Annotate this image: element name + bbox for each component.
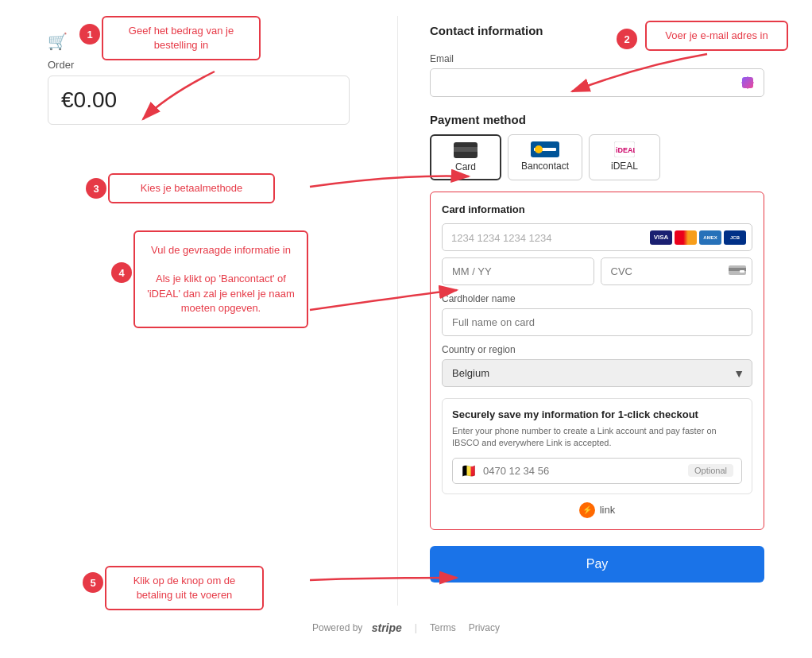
stripe-logo: stripe — [372, 621, 402, 634]
footer: Powered by stripe | Terms Privacy — [32, 606, 780, 642]
powered-by: Powered by stripe — [312, 621, 402, 634]
callout-step4-text: Vul de gevraagde informatie in Als je kl… — [147, 244, 295, 314]
country-select[interactable]: Belgium Netherlands Germany France — [442, 359, 752, 387]
save-info-section: Securely save my information for 1-click… — [442, 398, 752, 494]
email-input[interactable] — [430, 68, 764, 97]
visa-logo: VISA — [650, 230, 672, 245]
country-section: Country or region Belgium Netherlands Ge… — [442, 344, 752, 387]
cvc-field — [601, 257, 753, 285]
step-4-circle: 4 — [111, 262, 132, 283]
pay-button-section: Pay — [430, 546, 764, 583]
tab-bancontact-label: Bancontact — [521, 161, 569, 172]
step-3-circle: 3 — [86, 178, 106, 199]
ideal-icon: iDEAL — [613, 141, 636, 157]
jcb-logo: JCB — [724, 230, 746, 245]
mastercard-logo — [675, 230, 697, 245]
expiry-cvc-row — [442, 257, 752, 285]
cardholder-section: Cardholder name — [442, 293, 752, 336]
amex-logo: AMEX — [699, 230, 721, 245]
callout-step4: Vul de gevraagde informatie in Als je kl… — [133, 230, 308, 328]
card-number-field: 1234 1234 1234 1234 VISA AMEX JCB — [442, 223, 752, 251]
card-number-placeholder: 1234 1234 1234 1234 — [451, 231, 552, 243]
step-5-circle: 5 — [83, 572, 103, 593]
tab-card-label: Card — [455, 161, 476, 172]
save-info-title: Securely save my information for 1-click… — [452, 408, 742, 420]
order-label: Order — [48, 59, 365, 71]
phone-input-row: 🇧🇪 Optional — [452, 458, 742, 484]
card-logos: VISA AMEX JCB — [650, 230, 746, 245]
tab-ideal-label: iDEAL — [611, 161, 638, 172]
bancontact-icon — [531, 141, 559, 157]
save-info-description: Enter your phone number to create a Link… — [452, 425, 742, 450]
right-panel: Contact information Email — [397, 16, 780, 606]
callout-step1: Geef het bedrag van je bestelling in — [102, 16, 261, 60]
autofill-icon — [739, 74, 756, 91]
terms-link[interactable]: Terms — [430, 622, 456, 633]
svg-rect-12 — [740, 270, 744, 273]
callout-step3: Kies je betaalmethode — [108, 173, 275, 203]
link-row[interactable]: ⚡ link — [442, 502, 752, 518]
payment-method-title: Payment method — [430, 113, 764, 126]
country-wrapper: Belgium Netherlands Germany France ▼ — [442, 359, 752, 387]
email-label: Email — [430, 53, 764, 64]
order-amount: €0.00 — [48, 75, 350, 125]
expiry-input[interactable] — [442, 257, 594, 285]
optional-badge: Optional — [688, 464, 733, 477]
step-1-circle: 1 — [79, 24, 100, 45]
svg-text:iDEAL: iDEAL — [616, 146, 635, 154]
card-info-section: Card information 1234 1234 1234 1234 VIS… — [430, 192, 764, 530]
callout-step5-text: Klik op de knop om de betaling uit te vo… — [133, 575, 236, 601]
flag-icon: 🇧🇪 — [461, 463, 477, 478]
svg-rect-4 — [454, 147, 478, 152]
cardholder-input[interactable] — [442, 308, 752, 336]
tab-card[interactable]: Card — [430, 134, 501, 180]
callout-step5: Klik op de knop om de betaling uit te vo… — [105, 566, 264, 610]
cvc-icon — [729, 264, 746, 280]
link-icon: ⚡ — [579, 502, 595, 518]
powered-by-text: Powered by — [312, 622, 362, 633]
card-info-title: Card information — [442, 203, 752, 215]
privacy-link[interactable]: Privacy — [469, 622, 500, 633]
expiry-field — [442, 257, 594, 285]
tab-ideal[interactable]: iDEAL iDEAL — [589, 134, 660, 180]
svg-point-7 — [535, 145, 543, 153]
email-input-wrapper — [430, 68, 764, 97]
payment-method-section: Payment method Card — [430, 113, 764, 583]
cardholder-label: Cardholder name — [442, 293, 752, 304]
callout-step2-text: Voer je e-mail adres in — [665, 29, 768, 41]
phone-input[interactable] — [483, 465, 682, 477]
pay-button[interactable]: Pay — [430, 546, 764, 583]
card-tab-icon — [454, 142, 478, 158]
country-label: Country or region — [442, 344, 752, 355]
contact-info-title: Contact information — [430, 24, 543, 37]
payment-tabs: Card Bancontact — [430, 134, 764, 180]
callout-step2: Voer je e-mail adres in — [645, 21, 788, 51]
callout-step1-text: Geef het bedrag van je bestelling in — [129, 25, 234, 51]
link-label: link — [600, 504, 616, 516]
footer-divider: | — [415, 622, 417, 633]
tab-bancontact[interactable]: Bancontact — [508, 134, 582, 180]
callout-step3-text: Kies je betaalmethode — [141, 182, 243, 194]
step-2-circle: 2 — [617, 29, 637, 49]
